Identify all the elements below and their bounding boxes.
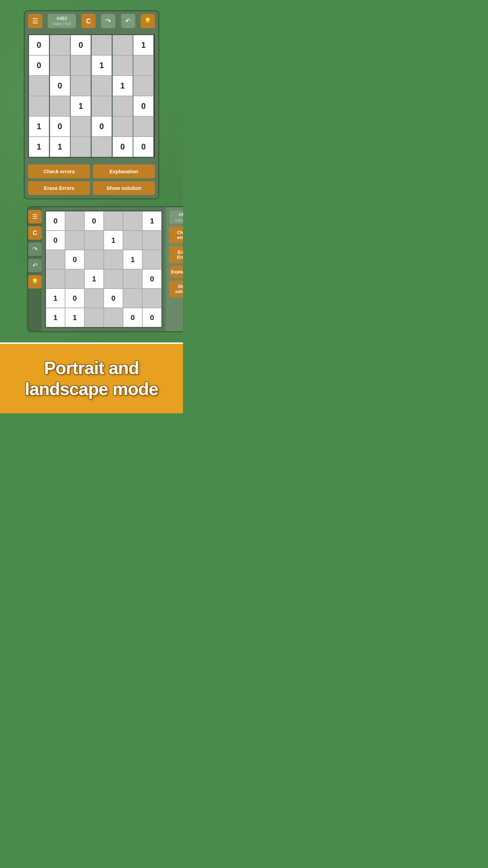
table-row[interactable] — [123, 211, 142, 231]
table-row[interactable]: 0 — [92, 116, 112, 137]
landscape-explanation-button[interactable]: Explanation — [169, 266, 183, 278]
table-row[interactable]: 1 — [65, 308, 84, 327]
table-row[interactable] — [50, 55, 70, 76]
table-row[interactable] — [65, 231, 84, 250]
landscape-sidebar: ☰ C ↷ ↶ 💡 — [28, 207, 42, 331]
table-row[interactable]: 0 — [142, 269, 162, 289]
portrait-menu-button[interactable]: ☰ — [28, 14, 42, 28]
table-row[interactable] — [70, 55, 91, 76]
table-row[interactable] — [70, 137, 91, 157]
table-row[interactable] — [50, 96, 70, 116]
redo-icon: ↷ — [105, 17, 111, 25]
table-row[interactable] — [92, 35, 112, 55]
table-row[interactable]: 1 — [113, 76, 133, 96]
table-row[interactable]: 1 — [29, 116, 49, 137]
table-row[interactable]: 0 — [50, 76, 70, 96]
table-row[interactable]: 1 — [142, 211, 162, 231]
check-errors-button[interactable]: Check errors — [28, 164, 90, 178]
table-row[interactable] — [50, 35, 70, 55]
table-row[interactable] — [104, 211, 123, 231]
table-row[interactable] — [70, 76, 91, 96]
portrait-puzzle-num: #462 — [53, 15, 71, 21]
table-row[interactable]: 0 — [50, 116, 70, 137]
table-row[interactable]: 0 — [29, 35, 49, 55]
table-row[interactable] — [142, 250, 162, 269]
table-row[interactable]: 0 — [46, 231, 65, 250]
table-row[interactable] — [84, 289, 104, 308]
table-row[interactable] — [104, 269, 123, 289]
landscape-check-errors-button[interactable]: Check errors — [169, 226, 183, 243]
table-row[interactable] — [123, 289, 142, 308]
table-row[interactable]: 0 — [123, 308, 142, 327]
landscape-redo-button[interactable]: ↷ — [28, 242, 42, 256]
table-row[interactable] — [142, 289, 162, 308]
table-row[interactable] — [65, 269, 84, 289]
table-row[interactable] — [70, 116, 91, 137]
landscape-hint-button[interactable]: 💡 — [28, 275, 42, 289]
table-row[interactable] — [113, 96, 133, 116]
table-row[interactable]: 0 — [29, 55, 49, 76]
table-row[interactable]: 1 — [92, 55, 112, 76]
show-solution-button[interactable]: Show solution — [93, 181, 155, 195]
table-row[interactable]: 1 — [46, 289, 65, 308]
sidebar-menu-icon: ☰ — [32, 213, 38, 220]
landscape-show-solution-button[interactable]: Show solution — [169, 280, 183, 297]
table-row[interactable]: 0 — [46, 211, 65, 231]
landscape-menu-button[interactable]: ☰ — [28, 210, 42, 223]
table-row[interactable] — [46, 269, 65, 289]
table-row[interactable]: 1 — [123, 250, 142, 269]
table-row[interactable] — [104, 250, 123, 269]
table-row[interactable]: 1 — [29, 137, 49, 157]
table-row[interactable] — [84, 250, 104, 269]
portrait-grid[interactable]: 0010101101001100 — [28, 34, 155, 158]
table-row[interactable]: 0 — [84, 211, 104, 231]
table-row[interactable]: 0 — [142, 308, 162, 327]
table-row[interactable]: 1 — [46, 308, 65, 327]
landscape-reset-button[interactable]: C — [28, 226, 42, 240]
table-row[interactable]: 0 — [65, 289, 84, 308]
portrait-header: ☰ #462 easy | 6x6 C ↷ ↶ 💡 — [25, 11, 158, 31]
table-row[interactable] — [92, 96, 112, 116]
table-row[interactable] — [104, 308, 123, 327]
table-row[interactable]: 1 — [50, 137, 70, 157]
explanation-button[interactable]: Explanation — [93, 164, 155, 178]
table-row[interactable] — [92, 137, 112, 157]
table-row[interactable] — [113, 116, 133, 137]
table-row[interactable]: 0 — [70, 35, 91, 55]
table-row[interactable] — [84, 231, 104, 250]
table-row[interactable] — [29, 96, 49, 116]
table-row[interactable] — [84, 308, 104, 327]
portrait-card: ☰ #462 easy | 6x6 C ↷ ↶ 💡 00101011010011… — [24, 10, 159, 199]
table-row[interactable]: 1 — [84, 269, 104, 289]
table-row[interactable]: 0 — [133, 96, 154, 116]
table-row[interactable] — [46, 250, 65, 269]
portrait-reset-button[interactable]: C — [81, 14, 96, 28]
undo-icon: ↶ — [125, 17, 131, 25]
landscape-undo-button[interactable]: ↶ — [28, 259, 42, 272]
table-row[interactable] — [92, 76, 112, 96]
table-row[interactable] — [29, 76, 49, 96]
table-row[interactable] — [65, 211, 84, 231]
table-row[interactable]: 1 — [70, 96, 91, 116]
table-row[interactable] — [142, 231, 162, 250]
portrait-grid-container: 0010101101001100 — [25, 31, 158, 161]
table-row[interactable] — [113, 55, 133, 76]
table-row[interactable]: 0 — [104, 289, 123, 308]
erase-errors-button[interactable]: Erase Errors — [28, 181, 90, 195]
landscape-grid[interactable]: 0010101101001100 — [45, 211, 162, 328]
table-row[interactable]: 0 — [133, 137, 154, 157]
portrait-redo-button[interactable]: ↷ — [101, 14, 115, 28]
table-row[interactable] — [133, 116, 154, 137]
portrait-hint-button[interactable]: 💡 — [141, 14, 155, 28]
table-row[interactable] — [133, 55, 154, 76]
table-row[interactable] — [113, 35, 133, 55]
table-row[interactable]: 1 — [104, 231, 123, 250]
table-row[interactable] — [123, 231, 142, 250]
landscape-erase-errors-button[interactable]: Erase Errors — [169, 246, 183, 263]
portrait-undo-button[interactable]: ↶ — [121, 14, 135, 28]
table-row[interactable]: 0 — [113, 137, 133, 157]
table-row[interactable]: 1 — [133, 35, 154, 55]
table-row[interactable]: 0 — [65, 250, 84, 269]
table-row[interactable] — [123, 269, 142, 289]
table-row[interactable] — [133, 76, 154, 96]
